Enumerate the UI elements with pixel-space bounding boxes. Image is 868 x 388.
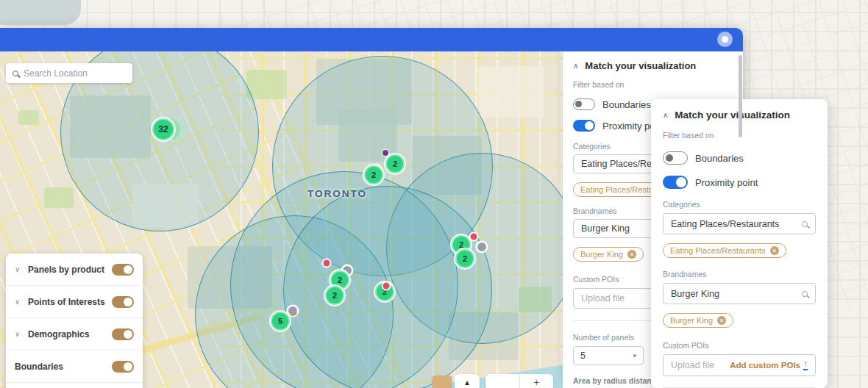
filter-panel-front: ∧ Match your visualization Filter based … bbox=[651, 99, 828, 388]
upload-file-input[interactable]: Upload file Add custom POIs ↑ bbox=[663, 354, 816, 376]
map-marker-red[interactable] bbox=[324, 260, 330, 267]
chip-label: Burger King bbox=[580, 250, 623, 259]
screenshot-stage: 2222222532 TORONTO Search Location ∨ Pan… bbox=[0, 0, 868, 388]
layer-label: Panels by product g... bbox=[28, 265, 106, 275]
chip-label: Eating Places/Restaurants bbox=[670, 246, 766, 255]
brandnames-value: Burger King bbox=[581, 223, 630, 234]
number-of-panels-select[interactable]: 5 ▾ bbox=[573, 346, 644, 365]
panel-title: Match your visualization bbox=[675, 109, 790, 121]
map-marker-gray-orange[interactable] bbox=[288, 306, 297, 315]
search-box[interactable]: Search Location bbox=[6, 63, 132, 83]
map-marker-green[interactable]: 2 bbox=[325, 286, 344, 305]
brandnames-chip[interactable]: Burger King ✕ bbox=[663, 313, 733, 328]
chevron-down-icon[interactable]: ∨ bbox=[15, 298, 22, 306]
panels-by-product-toggle[interactable] bbox=[112, 264, 134, 276]
number-of-panels-value: 5 bbox=[580, 351, 586, 361]
brandnames-input[interactable]: Burger King bbox=[663, 283, 816, 304]
upload-placeholder: Upload file bbox=[671, 360, 714, 370]
layer-row-demographics[interactable]: ∨ Demographics bbox=[6, 318, 143, 351]
boundaries-layer-toggle[interactable] bbox=[112, 361, 134, 373]
layer-row-boundaries[interactable]: Boundaries bbox=[6, 351, 143, 383]
layer-row-points-of-interests[interactable]: ∨ Points of Interests bbox=[6, 286, 143, 318]
proximity-toggle-row: Proximity point bbox=[663, 176, 816, 189]
boundaries-toggle[interactable] bbox=[573, 98, 595, 110]
compass-icon: ▲ bbox=[463, 378, 471, 387]
upload-icon: ↑ bbox=[803, 360, 808, 370]
map-park bbox=[44, 187, 74, 208]
map-marker-green[interactable]: 2 bbox=[455, 249, 474, 268]
proximity-label: Proximity point bbox=[695, 177, 758, 188]
caret-down-icon: ▾ bbox=[633, 352, 636, 359]
map-canvas[interactable]: 2222222532 TORONTO Search Location ∨ Pan… bbox=[0, 51, 563, 388]
categories-value: Eating Places/Restaurants bbox=[671, 219, 779, 229]
search-icon bbox=[802, 221, 808, 227]
compass-button[interactable]: ▲ bbox=[455, 374, 480, 388]
map-block bbox=[478, 66, 544, 118]
background-water-patch bbox=[0, 0, 81, 25]
map-marker-red[interactable] bbox=[383, 283, 390, 290]
filter-based-on-label: Filter based on bbox=[573, 80, 733, 89]
add-custom-pois-button[interactable]: Add custom POIs ↑ bbox=[730, 360, 808, 370]
boundaries-toggle[interactable] bbox=[663, 151, 688, 165]
upload-placeholder: Upload file bbox=[581, 293, 625, 303]
map-marker-gray[interactable] bbox=[477, 242, 486, 251]
map-marker-purple[interactable] bbox=[383, 150, 388, 156]
custom-pois-label: Custom POIs bbox=[663, 341, 816, 350]
layer-row-layers[interactable]: Layers ⌂ bbox=[6, 383, 143, 388]
layer-row-panels-by-product[interactable]: ∨ Panels by product g... bbox=[6, 254, 143, 286]
layers-panel: ∨ Panels by product g... ∨ Points of Int… bbox=[6, 254, 143, 388]
points-of-interests-toggle[interactable] bbox=[112, 296, 134, 308]
proximity-toggle[interactable] bbox=[573, 120, 595, 132]
map-marker-green[interactable]: 2 bbox=[385, 154, 405, 173]
zoom-in-button[interactable]: + bbox=[519, 374, 554, 388]
map-marker-red[interactable] bbox=[471, 234, 477, 240]
brandnames-label: Brandnames bbox=[663, 270, 816, 279]
boundaries-toggle-row: Boundaries bbox=[663, 151, 816, 165]
search-icon bbox=[13, 71, 18, 76]
city-label: TORONTO bbox=[307, 188, 367, 199]
boundaries-label: Boundaries bbox=[695, 153, 744, 164]
boundaries-label: Boundaries bbox=[602, 99, 651, 110]
categories-input[interactable]: Eating Places/Restaurants bbox=[663, 213, 816, 234]
chip-label: Burger King bbox=[670, 316, 713, 325]
chevron-up-icon[interactable]: ∧ bbox=[573, 62, 578, 70]
scrollbar-thumb[interactable] bbox=[739, 55, 742, 137]
categories-label: Categories bbox=[663, 200, 816, 209]
app-window: 2222222532 TORONTO Search Location ∨ Pan… bbox=[0, 28, 743, 388]
search-input[interactable]: Search Location bbox=[24, 68, 88, 79]
panel-title: Match your visualization bbox=[585, 60, 696, 71]
map-marker-green[interactable]: 5 bbox=[271, 312, 290, 331]
map-marker-green[interactable]: 2 bbox=[364, 165, 383, 184]
chevron-down-icon[interactable]: ∨ bbox=[15, 330, 22, 338]
layer-label: Demographics bbox=[28, 329, 106, 340]
chevron-up-icon[interactable]: ∧ bbox=[663, 111, 668, 119]
map-park bbox=[18, 110, 39, 125]
zoom-control: + bbox=[485, 374, 553, 388]
brandnames-value: Burger King bbox=[671, 289, 719, 299]
proximity-toggle[interactable] bbox=[663, 176, 688, 189]
top-navigation-bar bbox=[0, 28, 743, 51]
map-park bbox=[246, 70, 287, 99]
demographics-toggle[interactable] bbox=[112, 328, 134, 340]
layer-label: Points of Interests bbox=[28, 297, 106, 307]
zoom-out-button[interactable] bbox=[485, 374, 519, 388]
close-icon[interactable]: ✕ bbox=[770, 246, 779, 255]
brandnames-chip[interactable]: Burger King ✕ bbox=[573, 247, 644, 262]
layer-label: Boundaries bbox=[15, 362, 106, 372]
close-icon[interactable]: ✕ bbox=[717, 316, 726, 325]
chevron-down-icon[interactable]: ∨ bbox=[15, 265, 22, 273]
categories-chip[interactable]: Eating Places/Restaurants ✕ bbox=[663, 243, 786, 258]
add-custom-pois-label: Add custom POIs bbox=[730, 361, 800, 370]
map-marker-cluster[interactable]: 32 bbox=[152, 118, 174, 140]
map-tool-button[interactable] bbox=[433, 376, 452, 388]
close-icon[interactable]: ✕ bbox=[627, 250, 636, 259]
search-icon bbox=[802, 291, 808, 297]
user-avatar[interactable] bbox=[717, 32, 733, 47]
